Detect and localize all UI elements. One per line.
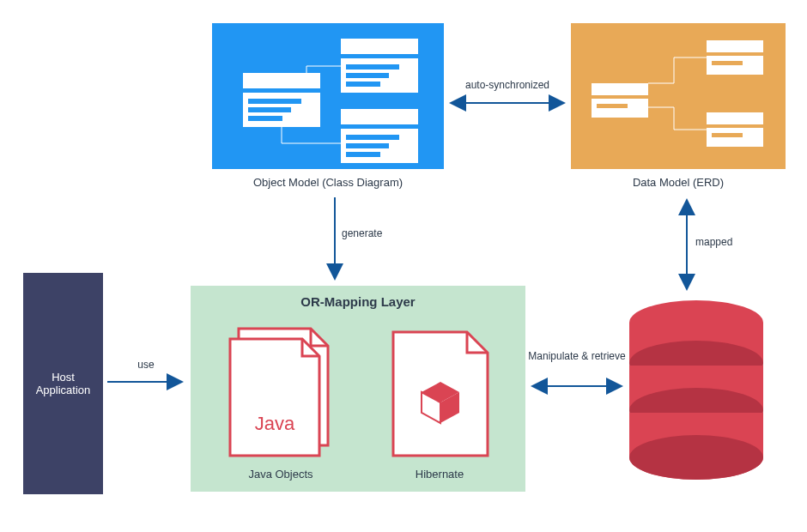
svg-rect-17 (712, 61, 743, 65)
auto-sync-arrow (444, 90, 571, 116)
hibernate-doc-icon (386, 327, 498, 464)
svg-rect-20 (597, 104, 628, 108)
svg-rect-9 (248, 116, 282, 121)
or-mapping-layer-box: OR-Mapping Layer Java Java Objects (191, 286, 525, 492)
svg-rect-21 (707, 112, 763, 124)
svg-rect-13 (346, 143, 389, 148)
use-arrow (103, 369, 189, 395)
database-icon (623, 299, 769, 492)
java-objects-caption: Java Objects (216, 468, 345, 481)
manipulate-arrow (525, 373, 628, 399)
svg-rect-0 (341, 39, 418, 54)
or-mapping-layer-title: OR-Mapping Layer (191, 294, 525, 309)
svg-rect-18 (592, 83, 648, 95)
svg-rect-10 (341, 109, 418, 124)
data-model-caption: Data Model (ERD) (571, 176, 786, 189)
svg-rect-7 (248, 99, 301, 104)
svg-rect-8 (248, 107, 291, 112)
object-model-box (212, 23, 444, 169)
auto-sync-label: auto-synchronized (444, 79, 571, 91)
svg-rect-2 (346, 64, 399, 70)
host-application-title: Host Application (28, 371, 98, 396)
hibernate-caption: Hibernate (375, 468, 504, 481)
erd-icon (571, 23, 786, 169)
svg-rect-14 (346, 152, 380, 157)
class-diagram-icon (212, 23, 444, 169)
manipulate-label: Manipulate & retrieve (525, 350, 628, 362)
svg-rect-4 (346, 82, 380, 87)
svg-rect-23 (712, 133, 743, 137)
svg-point-35 (629, 435, 763, 480)
svg-rect-5 (243, 73, 320, 88)
host-application-box: Host Application (23, 273, 103, 494)
generate-arrow (326, 193, 343, 287)
data-model-box (571, 23, 786, 169)
mapped-arrow (678, 193, 695, 296)
mapped-label: mapped (695, 236, 764, 248)
svg-rect-15 (707, 40, 763, 52)
diagram-root: Object Model (Class Diagram) (0, 0, 807, 532)
java-text: Java (255, 413, 295, 434)
svg-rect-12 (346, 135, 399, 140)
object-model-caption: Object Model (Class Diagram) (212, 176, 444, 189)
use-label: use (103, 359, 189, 371)
svg-rect-3 (346, 73, 389, 78)
java-docs-icon: Java (227, 327, 338, 464)
generate-label: generate (342, 227, 410, 239)
